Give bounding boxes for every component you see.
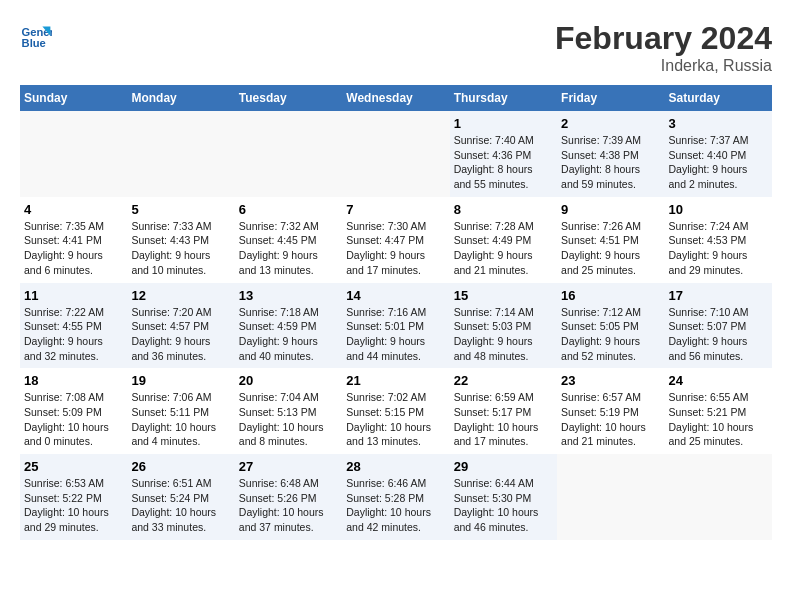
day-info: Sunrise: 7:32 AM Sunset: 4:45 PM Dayligh…: [239, 219, 338, 278]
day-number: 12: [131, 288, 230, 303]
title-block: February 2024 Inderka, Russia: [555, 20, 772, 75]
calendar-header-cell: Saturday: [665, 85, 772, 111]
day-number: 24: [669, 373, 768, 388]
page-subtitle: Inderka, Russia: [555, 57, 772, 75]
day-info: Sunrise: 7:06 AM Sunset: 5:11 PM Dayligh…: [131, 390, 230, 449]
calendar-cell: 23Sunrise: 6:57 AM Sunset: 5:19 PM Dayli…: [557, 368, 664, 454]
calendar-cell: 3Sunrise: 7:37 AM Sunset: 4:40 PM Daylig…: [665, 111, 772, 197]
day-info: Sunrise: 6:59 AM Sunset: 5:17 PM Dayligh…: [454, 390, 553, 449]
logo-icon: General Blue: [20, 20, 52, 52]
calendar-cell: 20Sunrise: 7:04 AM Sunset: 5:13 PM Dayli…: [235, 368, 342, 454]
day-info: Sunrise: 7:37 AM Sunset: 4:40 PM Dayligh…: [669, 133, 768, 192]
calendar-cell: 14Sunrise: 7:16 AM Sunset: 5:01 PM Dayli…: [342, 283, 449, 369]
calendar-table: SundayMondayTuesdayWednesdayThursdayFrid…: [20, 85, 772, 540]
day-info: Sunrise: 7:30 AM Sunset: 4:47 PM Dayligh…: [346, 219, 445, 278]
calendar-cell: 4Sunrise: 7:35 AM Sunset: 4:41 PM Daylig…: [20, 197, 127, 283]
day-number: 27: [239, 459, 338, 474]
calendar-header: SundayMondayTuesdayWednesdayThursdayFrid…: [20, 85, 772, 111]
day-info: Sunrise: 7:14 AM Sunset: 5:03 PM Dayligh…: [454, 305, 553, 364]
day-info: Sunrise: 7:35 AM Sunset: 4:41 PM Dayligh…: [24, 219, 123, 278]
day-number: 18: [24, 373, 123, 388]
day-info: Sunrise: 7:12 AM Sunset: 5:05 PM Dayligh…: [561, 305, 660, 364]
day-number: 5: [131, 202, 230, 217]
day-number: 15: [454, 288, 553, 303]
calendar-cell: 28Sunrise: 6:46 AM Sunset: 5:28 PM Dayli…: [342, 454, 449, 540]
day-info: Sunrise: 7:16 AM Sunset: 5:01 PM Dayligh…: [346, 305, 445, 364]
day-info: Sunrise: 7:24 AM Sunset: 4:53 PM Dayligh…: [669, 219, 768, 278]
calendar-cell: 1Sunrise: 7:40 AM Sunset: 4:36 PM Daylig…: [450, 111, 557, 197]
calendar-cell: 22Sunrise: 6:59 AM Sunset: 5:17 PM Dayli…: [450, 368, 557, 454]
day-info: Sunrise: 7:33 AM Sunset: 4:43 PM Dayligh…: [131, 219, 230, 278]
day-number: 2: [561, 116, 660, 131]
day-info: Sunrise: 6:46 AM Sunset: 5:28 PM Dayligh…: [346, 476, 445, 535]
day-number: 4: [24, 202, 123, 217]
day-info: Sunrise: 7:26 AM Sunset: 4:51 PM Dayligh…: [561, 219, 660, 278]
day-number: 23: [561, 373, 660, 388]
day-info: Sunrise: 7:08 AM Sunset: 5:09 PM Dayligh…: [24, 390, 123, 449]
day-number: 20: [239, 373, 338, 388]
day-number: 7: [346, 202, 445, 217]
calendar-cell: 15Sunrise: 7:14 AM Sunset: 5:03 PM Dayli…: [450, 283, 557, 369]
day-info: Sunrise: 7:20 AM Sunset: 4:57 PM Dayligh…: [131, 305, 230, 364]
day-number: 28: [346, 459, 445, 474]
day-number: 3: [669, 116, 768, 131]
day-info: Sunrise: 6:48 AM Sunset: 5:26 PM Dayligh…: [239, 476, 338, 535]
calendar-header-cell: Wednesday: [342, 85, 449, 111]
calendar-header-cell: Sunday: [20, 85, 127, 111]
day-number: 25: [24, 459, 123, 474]
day-number: 6: [239, 202, 338, 217]
calendar-cell: 17Sunrise: 7:10 AM Sunset: 5:07 PM Dayli…: [665, 283, 772, 369]
calendar-cell: 29Sunrise: 6:44 AM Sunset: 5:30 PM Dayli…: [450, 454, 557, 540]
day-number: 13: [239, 288, 338, 303]
day-number: 17: [669, 288, 768, 303]
day-info: Sunrise: 7:02 AM Sunset: 5:15 PM Dayligh…: [346, 390, 445, 449]
day-number: 14: [346, 288, 445, 303]
day-info: Sunrise: 6:55 AM Sunset: 5:21 PM Dayligh…: [669, 390, 768, 449]
day-info: Sunrise: 6:51 AM Sunset: 5:24 PM Dayligh…: [131, 476, 230, 535]
calendar-header-cell: Thursday: [450, 85, 557, 111]
day-number: 8: [454, 202, 553, 217]
calendar-cell: 2Sunrise: 7:39 AM Sunset: 4:38 PM Daylig…: [557, 111, 664, 197]
calendar-week-row: 18Sunrise: 7:08 AM Sunset: 5:09 PM Dayli…: [20, 368, 772, 454]
day-number: 22: [454, 373, 553, 388]
day-info: Sunrise: 7:18 AM Sunset: 4:59 PM Dayligh…: [239, 305, 338, 364]
calendar-cell: 13Sunrise: 7:18 AM Sunset: 4:59 PM Dayli…: [235, 283, 342, 369]
calendar-cell: [235, 111, 342, 197]
calendar-cell: 19Sunrise: 7:06 AM Sunset: 5:11 PM Dayli…: [127, 368, 234, 454]
calendar-week-row: 25Sunrise: 6:53 AM Sunset: 5:22 PM Dayli…: [20, 454, 772, 540]
calendar-cell: 24Sunrise: 6:55 AM Sunset: 5:21 PM Dayli…: [665, 368, 772, 454]
calendar-cell: 10Sunrise: 7:24 AM Sunset: 4:53 PM Dayli…: [665, 197, 772, 283]
calendar-cell: 18Sunrise: 7:08 AM Sunset: 5:09 PM Dayli…: [20, 368, 127, 454]
day-info: Sunrise: 7:10 AM Sunset: 5:07 PM Dayligh…: [669, 305, 768, 364]
calendar-cell: [20, 111, 127, 197]
day-number: 19: [131, 373, 230, 388]
calendar-week-row: 11Sunrise: 7:22 AM Sunset: 4:55 PM Dayli…: [20, 283, 772, 369]
calendar-cell: 9Sunrise: 7:26 AM Sunset: 4:51 PM Daylig…: [557, 197, 664, 283]
day-info: Sunrise: 7:39 AM Sunset: 4:38 PM Dayligh…: [561, 133, 660, 192]
calendar-cell: [342, 111, 449, 197]
day-number: 21: [346, 373, 445, 388]
calendar-cell: 27Sunrise: 6:48 AM Sunset: 5:26 PM Dayli…: [235, 454, 342, 540]
calendar-cell: [557, 454, 664, 540]
day-number: 11: [24, 288, 123, 303]
day-number: 10: [669, 202, 768, 217]
day-info: Sunrise: 7:40 AM Sunset: 4:36 PM Dayligh…: [454, 133, 553, 192]
day-number: 29: [454, 459, 553, 474]
calendar-cell: 5Sunrise: 7:33 AM Sunset: 4:43 PM Daylig…: [127, 197, 234, 283]
day-number: 1: [454, 116, 553, 131]
page-header: General Blue February 2024 Inderka, Russ…: [20, 20, 772, 75]
calendar-cell: [127, 111, 234, 197]
calendar-cell: [665, 454, 772, 540]
day-info: Sunrise: 6:53 AM Sunset: 5:22 PM Dayligh…: [24, 476, 123, 535]
calendar-cell: 7Sunrise: 7:30 AM Sunset: 4:47 PM Daylig…: [342, 197, 449, 283]
calendar-cell: 25Sunrise: 6:53 AM Sunset: 5:22 PM Dayli…: [20, 454, 127, 540]
day-info: Sunrise: 7:22 AM Sunset: 4:55 PM Dayligh…: [24, 305, 123, 364]
calendar-cell: 8Sunrise: 7:28 AM Sunset: 4:49 PM Daylig…: [450, 197, 557, 283]
day-info: Sunrise: 6:44 AM Sunset: 5:30 PM Dayligh…: [454, 476, 553, 535]
calendar-cell: 21Sunrise: 7:02 AM Sunset: 5:15 PM Dayli…: [342, 368, 449, 454]
day-info: Sunrise: 6:57 AM Sunset: 5:19 PM Dayligh…: [561, 390, 660, 449]
day-info: Sunrise: 7:04 AM Sunset: 5:13 PM Dayligh…: [239, 390, 338, 449]
calendar-cell: 16Sunrise: 7:12 AM Sunset: 5:05 PM Dayli…: [557, 283, 664, 369]
day-number: 26: [131, 459, 230, 474]
calendar-week-row: 1Sunrise: 7:40 AM Sunset: 4:36 PM Daylig…: [20, 111, 772, 197]
